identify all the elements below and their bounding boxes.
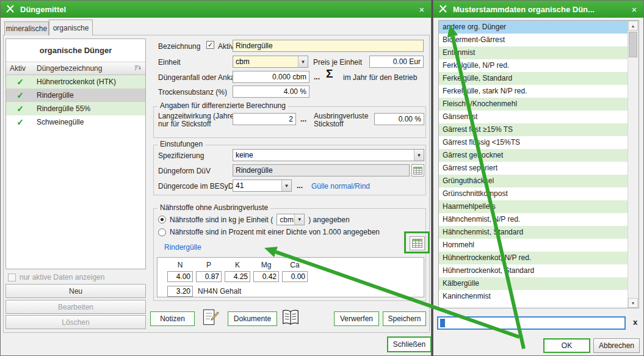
- speichern-button[interactable]: Speichern: [383, 311, 426, 326]
- fertilizer-row[interactable]: ✓Schweinegülle: [6, 115, 145, 129]
- nh4n-input[interactable]: [167, 286, 193, 297]
- master-list-item[interactable]: andere org. Dünger: [439, 21, 628, 34]
- duengercode-ellipsis-button[interactable]: ...: [297, 181, 303, 190]
- scrollbar-thumb[interactable]: [629, 32, 637, 57]
- master-list-item[interactable]: Hähnchenmist, N/P red.: [439, 213, 628, 226]
- dokumente-button[interactable]: Dokumente: [228, 311, 277, 326]
- master-list-item[interactable]: Kälbergülle: [439, 277, 628, 290]
- notizen-button[interactable]: Notizen: [150, 311, 195, 326]
- langzeit-input[interactable]: [233, 113, 296, 125]
- column-aktiv[interactable]: Aktiv: [6, 64, 34, 73]
- master-list-item[interactable]: Hühnertrockenkot, N/P red.: [439, 252, 628, 264]
- master-list-item[interactable]: Entenmist: [439, 46, 628, 59]
- radio-prozent[interactable]: [158, 228, 166, 236]
- master-data-list: andere org. DüngerBioferment-GärrestEnte…: [438, 20, 639, 308]
- ok-button[interactable]: OK: [543, 338, 590, 353]
- master-list-item[interactable]: Hornmehl: [439, 239, 628, 252]
- tab-mineralische[interactable]: mineralische: [4, 21, 49, 35]
- search-input[interactable]: [445, 319, 624, 327]
- master-list-item[interactable]: Bioferment-Gärrest: [439, 34, 628, 46]
- nutrient-header: P: [196, 261, 222, 269]
- filter-checkbox[interactable]: [8, 274, 16, 282]
- master-list-items: andere org. DüngerBioferment-GärrestEnte…: [439, 21, 628, 308]
- spezifizierung-combo[interactable]: keine ▼: [233, 149, 424, 161]
- close-icon[interactable]: ×: [413, 4, 431, 15]
- bezeichnung-input[interactable]: [233, 40, 424, 52]
- master-list-item[interactable]: Gärrest flüssig <15%TS: [439, 136, 628, 149]
- master-list-item[interactable]: Kaninchenmist: [439, 290, 628, 303]
- search-box[interactable]: [437, 316, 626, 330]
- master-list-item[interactable]: Ferkelgülle, N/P red.: [439, 59, 628, 72]
- kg-unit-combo[interactable]: cbm ▼: [277, 214, 305, 225]
- anfall-input[interactable]: [233, 71, 309, 83]
- master-list-item[interactable]: Gärrest getrocknet: [439, 149, 628, 162]
- group-title: Angaben für differenzierte Berechnung: [157, 101, 288, 110]
- master-list-item[interactable]: Fleisch- /Knochenmehl: [439, 98, 628, 111]
- fertilizer-list-panel: organische Dünger Aktiv Düngerbezeichnun…: [5, 38, 146, 269]
- master-list-item[interactable]: Ferkelgülle, stark N/P red.: [439, 85, 628, 98]
- titlebar[interactable]: Düngemittel ×: [1, 1, 431, 18]
- duengeform-input[interactable]: [233, 164, 410, 176]
- trockensubstanz-input[interactable]: [233, 85, 309, 98]
- delete-button[interactable]: Löschen: [5, 315, 146, 329]
- nutrient-input-ca[interactable]: [282, 271, 308, 282]
- close-icon[interactable]: ×: [625, 4, 643, 15]
- titlebar[interactable]: Musterstammdaten organische Dün... ×: [433, 1, 643, 18]
- app-icon: [438, 4, 448, 14]
- nutrient-header: N: [167, 261, 193, 269]
- scroll-down-icon[interactable]: ▼: [628, 298, 638, 308]
- master-list-item[interactable]: Gärrest fest ≥15% TS: [439, 123, 628, 136]
- master-list-item[interactable]: Ferkelgülle, Standard: [439, 72, 628, 85]
- nutrient-header: Mg: [253, 261, 279, 269]
- duengercode-link[interactable]: Gülle normal/Rind: [311, 182, 370, 191]
- tab-organische[interactable]: organische: [49, 20, 93, 35]
- master-list-item[interactable]: Grünschnittkompost: [439, 187, 628, 200]
- sigma-icon[interactable]: Σ: [326, 67, 333, 81]
- documents-icon[interactable]: [281, 308, 300, 327]
- nutrient-input-n[interactable]: [167, 271, 193, 282]
- table-header-row[interactable]: Aktiv Düngerbezeichnung: [6, 62, 145, 75]
- einheit-combo[interactable]: cbm ▼: [233, 56, 308, 68]
- scrollbar[interactable]: ▲ ▼: [628, 21, 639, 308]
- nutrient-values-box: NPKMgCa NH4N Gehalt: [157, 257, 424, 297]
- scroll-up-icon[interactable]: ▲: [628, 21, 638, 31]
- master-list-item[interactable]: Haarmehlpellets: [439, 200, 628, 213]
- nutrient-header: Ca: [282, 261, 308, 269]
- abbrechen-button[interactable]: Abbrechen: [593, 338, 640, 353]
- ausbring-label-2: Stickstoff: [314, 120, 343, 128]
- radio-kg[interactable]: [158, 216, 166, 223]
- anfall-ellipsis-button[interactable]: ...: [314, 73, 320, 81]
- nutrient-input-p[interactable]: [196, 271, 222, 282]
- schliessen-button[interactable]: Schließen: [387, 336, 432, 352]
- new-button[interactable]: Neu: [5, 284, 146, 298]
- active-check-icon: ✓: [16, 90, 24, 100]
- master-list-item[interactable]: Gänsemist: [439, 111, 628, 123]
- duengemittel-window: Düngemittel × mineralische organische or…: [0, 0, 432, 356]
- duengeform-table-button[interactable]: [411, 164, 424, 176]
- fertilizer-row[interactable]: ✓Rindergülle 55%: [6, 102, 145, 115]
- nutrient-input-mg[interactable]: [253, 271, 279, 282]
- naehrstoff-rinderguelle-link[interactable]: Rindergülle: [164, 243, 201, 252]
- naehrstoff-table-button[interactable]: [410, 236, 425, 250]
- master-list-item[interactable]: Grünguthácksel: [439, 175, 628, 187]
- master-list-item[interactable]: Gärrest separiert: [439, 162, 628, 175]
- langzeit-ellipsis-button[interactable]: ...: [300, 115, 306, 123]
- aktiv-checkbox[interactable]: ✓: [206, 41, 214, 49]
- jahr-label: im Jahr für den Betrieb: [343, 73, 417, 82]
- sort-icon[interactable]: [134, 64, 142, 73]
- column-duengerbezeichnung[interactable]: Düngerbezeichnung: [37, 64, 102, 73]
- fertilizer-row[interactable]: ✓Rindergülle: [6, 89, 145, 102]
- nh4n-label: NH4N Gehalt: [198, 287, 241, 296]
- verwerfen-button[interactable]: Verwerfen: [334, 311, 379, 326]
- master-list-item[interactable]: Hähnchenmist, Standard: [439, 226, 628, 239]
- edit-button[interactable]: Bearbeiten: [5, 300, 146, 314]
- clear-search-button[interactable]: x: [633, 318, 637, 327]
- master-list-item[interactable]: Hühnertrockenkot, Standard: [439, 264, 628, 277]
- preis-input[interactable]: [369, 56, 424, 68]
- notepad-icon[interactable]: [201, 308, 220, 327]
- nutrient-input-k[interactable]: [225, 271, 250, 282]
- fertilizer-rows: ✓Hühnertrockenkot (HTK)✓Rindergülle✓Rind…: [6, 75, 145, 129]
- fertilizer-row[interactable]: ✓Hühnertrockenkot (HTK): [6, 75, 145, 89]
- ausbring-input[interactable]: [374, 113, 424, 125]
- duengercode-combo[interactable]: 41 ▼: [233, 180, 292, 192]
